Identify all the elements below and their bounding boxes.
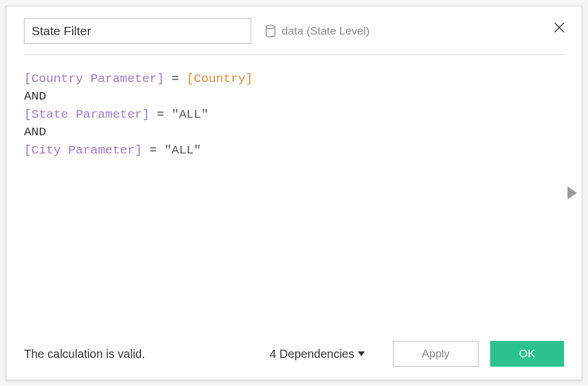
validation-status: The calculation is valid. [24, 347, 258, 361]
dependencies-label: 4 Dependencies [269, 347, 354, 361]
token-field: [Country] [186, 72, 252, 86]
token-param: [State Parameter] [24, 108, 149, 121]
expand-panel-button[interactable] [568, 189, 577, 198]
token-op: = [142, 144, 165, 157]
token-string: "ALL" [172, 108, 208, 121]
data-source-text: data (State Level) [282, 25, 370, 37]
chevron-right-icon [568, 186, 577, 199]
token-param: [City Parameter] [24, 144, 142, 157]
database-icon [265, 25, 276, 37]
svg-marker-4 [358, 351, 365, 356]
token-op: = [164, 72, 186, 86]
calculated-field-dialog: data (State Level) [Country Parameter] =… [6, 6, 582, 380]
token-keyword: AND [24, 125, 46, 139]
chevron-down-icon [358, 351, 365, 356]
token-op: = [149, 108, 172, 121]
formula-editor[interactable]: [Country Parameter] = [Country] AND [Sta… [6, 55, 582, 332]
ok-button[interactable]: OK [490, 341, 564, 367]
token-keyword: AND [24, 90, 46, 103]
data-source-label: data (State Level) [265, 25, 370, 37]
svg-marker-3 [568, 186, 577, 199]
apply-button[interactable]: Apply [393, 341, 478, 367]
close-button[interactable] [552, 21, 566, 35]
svg-point-0 [266, 25, 275, 29]
token-string: "ALL" [164, 144, 201, 157]
dependencies-dropdown[interactable]: 4 Dependencies [269, 347, 365, 361]
token-param: [Country Parameter] [24, 72, 164, 86]
close-icon [553, 22, 565, 33]
dialog-header: data (State Level) [6, 6, 582, 54]
dialog-footer: The calculation is valid. 4 Dependencies… [6, 332, 582, 380]
field-name-input[interactable] [24, 18, 251, 44]
